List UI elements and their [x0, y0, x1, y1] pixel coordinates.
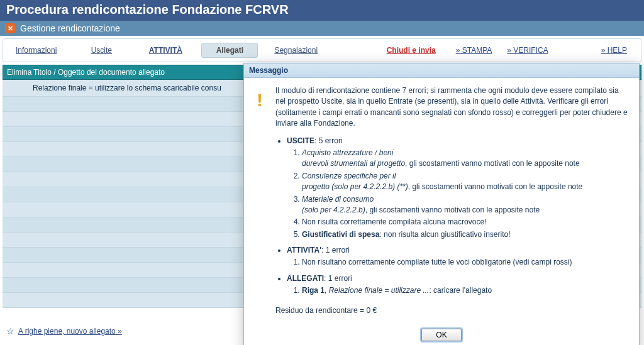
link-help[interactable]: » HELP	[597, 46, 631, 55]
uscite-item: Non risulta correttamente compilata alcu…	[302, 217, 630, 227]
link-stampa[interactable]: » STAMPA	[452, 46, 496, 55]
tab-attivita[interactable]: ATTIVITÀ	[137, 43, 194, 57]
attivita-count: : 1 errori	[321, 246, 350, 255]
footer-new-attachment[interactable]: ☆ A righe piene, nuovo allegato »	[6, 326, 122, 336]
tab-segnalazioni[interactable]: Segnalazioni	[265, 43, 326, 57]
attivita-label: ATTIVITA'	[287, 246, 321, 255]
uscite-item: Consulenze specifiche per il progetto (s…	[302, 171, 630, 193]
close-icon[interactable]: ✕	[5, 23, 15, 33]
row-title: Relazione finale = utilizzare lo schema …	[33, 84, 221, 92]
uscite-item: Materiale di consumo (solo per 4.2.2.2.b…	[302, 194, 630, 216]
window-subtitle-bar: ✕ Gestione rendicontazione	[0, 21, 644, 36]
tab-uscite[interactable]: Uscite	[73, 43, 130, 57]
allegati-count: : 1 errori	[324, 274, 352, 283]
attivita-item: Non risultano correttamente compilate tu…	[302, 257, 630, 268]
app-title: Procedura rendicontazione Fondazione FCR…	[0, 0, 644, 21]
dialog-intro: Il modulo di rendicontazione contiene 7 …	[275, 85, 630, 129]
warning-icon: !	[253, 85, 267, 114]
uscite-count: : 5 errori	[314, 136, 343, 145]
uscite-label: USCITE	[287, 136, 314, 145]
col-elimina: Elimina	[7, 68, 33, 77]
ok-button[interactable]: OK	[421, 329, 461, 341]
dialog-content: Il modulo di rendicontazione contiene 7 …	[275, 85, 630, 316]
link-chiudi-e-invia[interactable]: Chiudi e invia	[378, 43, 445, 57]
message-dialog: Messaggio ! Il modulo di rendicontazione…	[243, 63, 640, 345]
uscite-item: Giustificativi di spesa: non risulta alc…	[302, 229, 630, 240]
tabs-bar: Informazioni Uscite ATTIVITÀ Allegati Se…	[3, 38, 641, 62]
residuo-text: Residuo da rendicontare = 0 €	[275, 305, 630, 316]
tab-informazioni[interactable]: Informazioni	[7, 43, 65, 57]
window-subtitle: Gestione rendicontazione	[20, 23, 120, 33]
link-verifica[interactable]: » VERIFICA	[503, 46, 552, 55]
tab-allegati[interactable]: Allegati	[201, 43, 258, 58]
dialog-title: Messaggio	[244, 63, 639, 78]
allegati-label: ALLEGATI	[287, 274, 324, 283]
uscite-item: Acquisto attrezzature / beni durevoli st…	[302, 148, 630, 170]
footer-new-attachment-label: A righe piene, nuovo allegato »	[18, 327, 122, 336]
star-icon: ☆	[6, 326, 14, 336]
allegati-item: Riga 1, Relazione finale = utilizzare ..…	[302, 285, 630, 296]
